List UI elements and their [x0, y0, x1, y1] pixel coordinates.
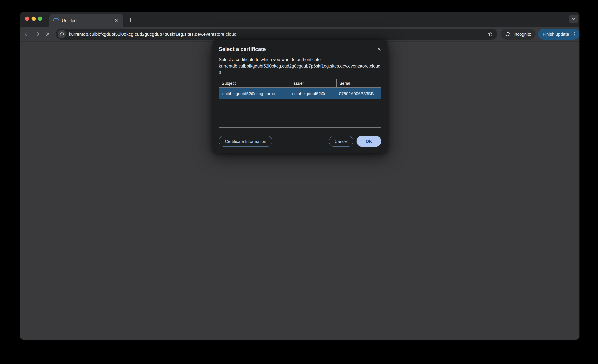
site-info-button[interactable] — [58, 30, 66, 38]
window-controls — [25, 16, 42, 21]
incognito-label: Incognito — [514, 32, 531, 37]
dialog-message-line: 3 — [219, 70, 381, 76]
close-icon — [376, 47, 381, 51]
star-icon — [488, 31, 493, 37]
tab-close-icon[interactable] — [113, 17, 119, 23]
tab-title: Untitled — [62, 18, 77, 23]
window-minimize-button[interactable] — [32, 16, 36, 21]
tab-strip: Untitled — [20, 12, 580, 27]
certificate-row-selected[interactable]: cuibbfkgdubf52i0okcg-kurrent… cuibbfkgdu… — [219, 88, 381, 99]
stop-loading-button[interactable] — [43, 29, 53, 39]
screen: Untitled — [0, 0, 598, 364]
incognito-badge: Incognito — [501, 29, 536, 40]
column-header-issuer[interactable]: Issuer — [290, 79, 336, 87]
dialog-actions: Cancel OK — [329, 136, 381, 147]
cell-subject: cuibbfkgdubf52i0okcg-kurrent… — [219, 88, 290, 99]
finish-update-button[interactable]: Finish update — [538, 29, 580, 40]
dialog-close-button[interactable] — [376, 46, 382, 52]
loading-spinner-icon — [52, 16, 60, 24]
back-arrow-icon — [24, 31, 30, 37]
ok-button[interactable]: OK — [357, 136, 381, 147]
forward-button[interactable] — [33, 29, 42, 39]
cell-issuer: cuibbfkgdubf52i0o… — [290, 88, 336, 99]
info-icon — [59, 32, 64, 37]
stop-x-icon — [45, 32, 50, 37]
column-header-subject[interactable]: Subject — [219, 79, 290, 87]
finish-update-label: Finish update — [543, 32, 569, 37]
certificate-information-button[interactable]: Certificate Information — [219, 136, 272, 147]
back-button[interactable] — [22, 29, 32, 39]
certificate-table: Subject Issuer Serial cuibbfkgdubf52i0ok… — [219, 79, 381, 128]
incognito-icon — [505, 31, 511, 37]
column-header-serial[interactable]: Serial — [336, 79, 381, 87]
address-bar[interactable]: kurrentdb.cuibbfkgdubf52i0okcg.cud2g8cgd… — [56, 29, 497, 40]
tab-search-button[interactable] — [569, 15, 578, 23]
chevron-down-icon — [571, 16, 576, 21]
url-text: kurrentdb.cuibbfkgdubf52i0okcg.cud2g8cgd… — [69, 32, 237, 37]
cancel-button[interactable]: Cancel — [329, 136, 353, 147]
dialog-message: Select a certificate to which you want t… — [219, 57, 381, 76]
dialog-title: Select a certificate — [219, 46, 266, 52]
dialog-message-line: kurrentdb.cuibbfkgdubf52i0okcg.cud2g8cgd… — [219, 63, 381, 70]
new-tab-button[interactable] — [126, 15, 135, 24]
forward-arrow-icon — [34, 31, 40, 37]
table-header-row: Subject Issuer Serial — [219, 79, 381, 88]
window-zoom-button[interactable] — [38, 16, 42, 21]
cell-serial: 07502A906B33BB… — [336, 88, 381, 99]
browser-menu-icon[interactable] — [571, 31, 578, 37]
dialog-message-line: Select a certificate to which you want t… — [219, 57, 381, 63]
certificate-dialog: Select a certificate Select a certificat… — [213, 40, 387, 153]
bookmark-star-button[interactable] — [488, 31, 493, 37]
browser-tab[interactable]: Untitled — [50, 14, 123, 27]
toolbar: kurrentdb.cuibbfkgdubf52i0okcg.cud2g8cgd… — [20, 27, 580, 41]
window-close-button[interactable] — [25, 16, 29, 21]
